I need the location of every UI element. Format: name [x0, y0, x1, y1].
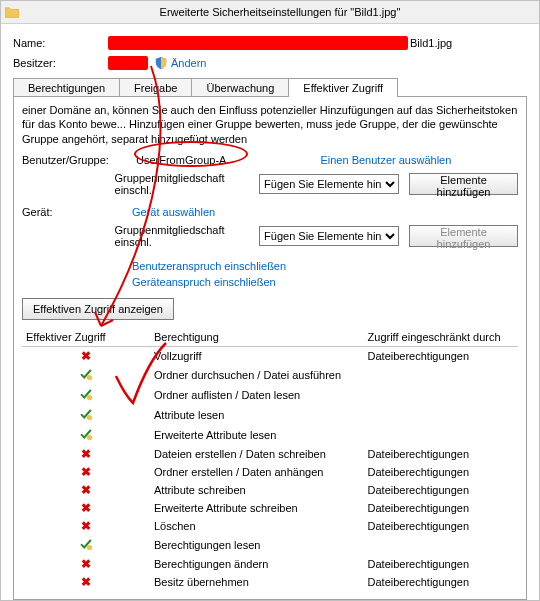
table-row[interactable]: ✖Ordner erstellen / Daten anhängenDateib…	[22, 463, 518, 481]
table-row[interactable]: Berechtigungen lesen	[22, 535, 518, 555]
tab-effective[interactable]: Effektiver Zugriff	[288, 78, 398, 97]
permission-cell: Ordner durchsuchen / Datei ausführen	[150, 365, 364, 385]
allow-icon	[22, 385, 150, 405]
permission-cell: Berechtigungen ändern	[150, 555, 364, 573]
select-device-link[interactable]: Gerät auswählen	[132, 206, 215, 218]
table-row[interactable]: ✖Dateien erstellen / Daten schreibenDate…	[22, 445, 518, 463]
group-membership-label-2: Gruppenmitgliedschaft einschl.	[115, 224, 242, 248]
device-label: Gerät:	[22, 206, 132, 218]
table-row[interactable]: ✖LöschenDateiberechtigungen	[22, 517, 518, 535]
user-group-label: Benutzer/Gruppe:	[22, 154, 132, 166]
effective-access-table: Effektiver Zugriff Berechtigung Zugriff …	[22, 328, 518, 591]
svg-point-4	[87, 545, 92, 550]
permission-cell: Erweiterte Attribute lesen	[150, 425, 364, 445]
permission-cell: Attribute lesen	[150, 405, 364, 425]
limited-by-cell: Dateiberechtigungen	[364, 481, 518, 499]
deny-icon: ✖	[22, 555, 150, 573]
change-owner-link[interactable]: Ändern	[171, 57, 206, 69]
tab-share[interactable]: Freigabe	[119, 78, 192, 97]
group-membership-label-1: Gruppenmitgliedschaft einschl.	[115, 172, 242, 196]
limited-by-cell: Dateiberechtigungen	[364, 463, 518, 481]
deny-icon: ✖	[22, 481, 150, 499]
table-row[interactable]: Attribute lesen	[22, 405, 518, 425]
allow-icon	[22, 405, 150, 425]
select-user-link[interactable]: Einen Benutzer auswählen	[320, 154, 451, 166]
show-effective-access-button[interactable]: Effektiven Zugriff anzeigen	[22, 298, 174, 320]
group-membership-select-1[interactable]: Fügen Sie Elemente hinzu	[259, 174, 399, 194]
allow-icon	[22, 425, 150, 445]
allow-icon	[22, 535, 150, 555]
table-row[interactable]: Ordner durchsuchen / Datei ausführen	[22, 365, 518, 385]
owner-label: Besitzer:	[13, 57, 108, 69]
user-value: UserFromGroup-A	[132, 154, 230, 166]
permission-cell: Vollzugriff	[150, 346, 364, 365]
limited-by-cell: Dateiberechtigungen	[364, 555, 518, 573]
deny-icon: ✖	[22, 445, 150, 463]
col-limited[interactable]: Zugriff eingeschränkt durch	[364, 328, 518, 347]
limited-by-cell: Dateiberechtigungen	[364, 499, 518, 517]
header-area: Name: Bild1.jpg Besitzer: Ändern Berecht…	[1, 24, 539, 600]
titlebar: Erweiterte Sicherheitseinstellungen für …	[1, 1, 539, 24]
table-row[interactable]: ✖Besitz übernehmenDateiberechtigungen	[22, 573, 518, 591]
svg-point-1	[87, 395, 92, 400]
deny-icon: ✖	[22, 346, 150, 365]
permission-cell: Löschen	[150, 517, 364, 535]
permission-cell: Besitz übernehmen	[150, 573, 364, 591]
col-permission[interactable]: Berechtigung	[150, 328, 364, 347]
deny-icon: ✖	[22, 499, 150, 517]
description-text: einer Domäne an, können Sie auch den Ein…	[22, 103, 518, 146]
svg-point-2	[87, 415, 92, 420]
svg-point-0	[87, 375, 92, 380]
limited-by-cell: Dateiberechtigungen	[364, 445, 518, 463]
redacted-path	[108, 36, 408, 50]
include-user-claim-link[interactable]: Benutzeranspruch einschließen	[132, 260, 518, 272]
permission-cell: Ordner auflisten / Daten lesen	[150, 385, 364, 405]
tab-permissions[interactable]: Berechtigungen	[13, 78, 120, 97]
security-dialog: Erweiterte Sicherheitseinstellungen für …	[0, 0, 540, 601]
table-row[interactable]: Ordner auflisten / Daten lesen	[22, 385, 518, 405]
folder-icon	[5, 6, 19, 18]
include-device-claim-link[interactable]: Geräteanspruch einschließen	[132, 276, 518, 288]
group-membership-select-2[interactable]: Fügen Sie Elemente hinzu	[259, 226, 399, 246]
table-row[interactable]: ✖Berechtigungen ändernDateiberechtigunge…	[22, 555, 518, 573]
deny-icon: ✖	[22, 463, 150, 481]
limited-by-cell: Dateiberechtigungen	[364, 346, 518, 365]
limited-by-cell	[364, 425, 518, 445]
name-label: Name:	[13, 37, 108, 49]
file-name: Bild1.jpg	[410, 37, 452, 49]
limited-by-cell	[364, 365, 518, 385]
tab-body: einer Domäne an, können Sie auch den Ein…	[13, 96, 527, 600]
permission-cell: Ordner erstellen / Daten anhängen	[150, 463, 364, 481]
limited-by-cell: Dateiberechtigungen	[364, 517, 518, 535]
table-row[interactable]: Erweiterte Attribute lesen	[22, 425, 518, 445]
limited-by-cell	[364, 405, 518, 425]
limited-by-cell: Dateiberechtigungen	[364, 573, 518, 591]
limited-by-cell	[364, 385, 518, 405]
permission-cell: Berechtigungen lesen	[150, 535, 364, 555]
tab-audit[interactable]: Überwachung	[191, 78, 289, 97]
deny-icon: ✖	[22, 573, 150, 591]
deny-icon: ✖	[22, 517, 150, 535]
add-elements-button-1[interactable]: Elemente hinzufügen	[409, 173, 518, 195]
svg-point-3	[87, 435, 92, 440]
table-row[interactable]: ✖VollzugriffDateiberechtigungen	[22, 346, 518, 365]
tab-strip: Berechtigungen Freigabe Überwachung Effe…	[13, 78, 527, 97]
shield-icon	[154, 56, 168, 70]
col-effective[interactable]: Effektiver Zugriff	[22, 328, 150, 347]
permission-cell: Erweiterte Attribute schreiben	[150, 499, 364, 517]
allow-icon	[22, 365, 150, 385]
table-row[interactable]: ✖Erweiterte Attribute schreibenDateibere…	[22, 499, 518, 517]
permission-cell: Dateien erstellen / Daten schreiben	[150, 445, 364, 463]
limited-by-cell	[364, 535, 518, 555]
table-row[interactable]: ✖Attribute schreibenDateiberechtigungen	[22, 481, 518, 499]
add-elements-button-2: Elemente hinzufügen	[409, 225, 518, 247]
redacted-owner	[108, 56, 148, 70]
window-title: Erweiterte Sicherheitseinstellungen für …	[25, 6, 535, 18]
permission-cell: Attribute schreiben	[150, 481, 364, 499]
